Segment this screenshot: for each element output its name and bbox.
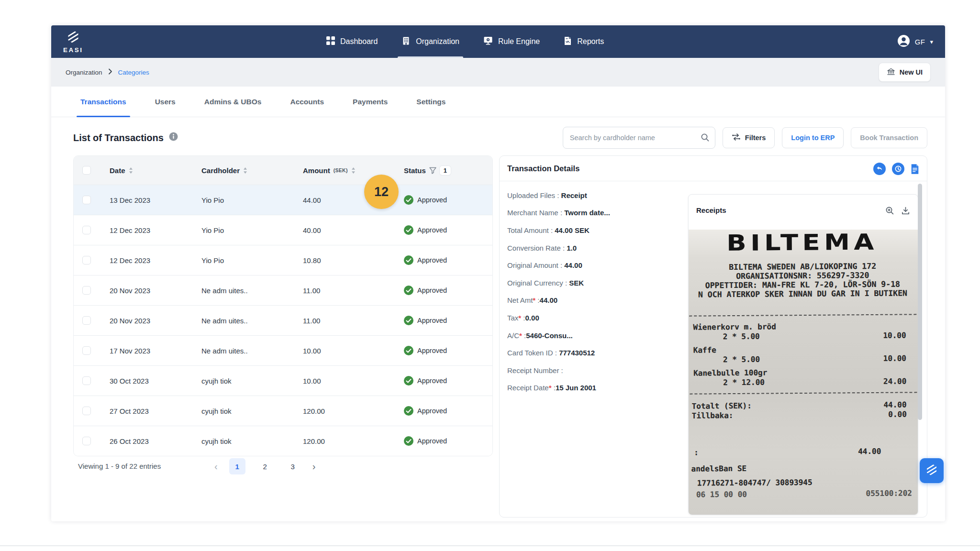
building-icon <box>401 36 411 47</box>
cell-date: 30 Oct 2023 <box>110 377 201 385</box>
column-header-date[interactable]: Date <box>110 166 201 175</box>
panel-scrollbar[interactable] <box>918 184 922 420</box>
undo-icon[interactable] <box>873 163 886 175</box>
nav-item-rule-engine[interactable]: Rule Engine <box>482 25 541 58</box>
search-icon[interactable] <box>701 133 710 144</box>
select-all-checkbox[interactable] <box>82 166 91 175</box>
row-checkbox[interactable] <box>82 376 91 385</box>
row-checkbox[interactable] <box>82 226 91 234</box>
column-header-cardholder[interactable]: Cardholder <box>201 166 303 175</box>
tab-bar: Transactions Users Admins & UBOs Account… <box>51 87 945 117</box>
report-document-icon <box>564 36 572 47</box>
book-transaction-label: Book Transaction <box>860 134 918 142</box>
status-badge: Approved <box>404 255 492 265</box>
main-menu: Dashboard O <box>325 25 605 58</box>
row-checkbox[interactable] <box>82 437 91 445</box>
nav-item-organization[interactable]: Organization <box>401 25 460 58</box>
status-label: Approved <box>417 347 447 354</box>
tab-users[interactable]: Users <box>151 87 179 117</box>
pager-page-3[interactable]: 3 <box>285 458 301 474</box>
tab-label: Users <box>155 98 176 106</box>
user-menu[interactable]: GF ▾ <box>897 34 933 49</box>
easi-widget-button[interactable] <box>920 458 944 483</box>
field-merchant-name: Merchant Name : Tworm date... <box>507 204 684 222</box>
column-header-status[interactable]: Status 1 <box>404 166 492 175</box>
tab-admins-ubos[interactable]: Admins & UBOs <box>200 87 266 117</box>
row-checkbox[interactable] <box>82 316 91 325</box>
receipt-item: Wienerkorv m. bröd 2 * 5.0010.00 <box>689 321 918 342</box>
cell-cardholder: Ne adm uites.. <box>201 287 303 295</box>
document-icon[interactable] <box>911 164 919 175</box>
table-row[interactable]: 12 Dec 2023 Yio Pio 40.00 Approved <box>74 215 492 245</box>
column-label: Amount <box>303 166 330 175</box>
row-checkbox[interactable] <box>82 286 91 295</box>
cell-cardholder: Ne adm uites.. <box>201 317 303 325</box>
table-row[interactable]: 27 Oct 2023 cyujh tiok 120.00 Approved <box>74 396 492 426</box>
book-transaction-button[interactable]: Book Transaction <box>851 127 927 148</box>
breadcrumb-categories[interactable]: Categories <box>118 69 149 76</box>
table-row[interactable]: 13 Dec 2023 Yio Pio 44.00 Approved <box>74 185 492 215</box>
avatar-icon <box>897 34 910 49</box>
pager-page-2[interactable]: 2 <box>257 458 273 474</box>
breadcrumb-organization[interactable]: Organization <box>66 69 102 76</box>
table-row[interactable]: 20 Nov 2023 Ne adm uites.. 11.00 Approve… <box>74 275 492 305</box>
table-row[interactable]: 12 Dec 2023 Yio Pio 10.80 Approved <box>74 245 492 275</box>
history-clock-icon[interactable] <box>892 163 904 175</box>
nav-item-dashboard[interactable]: Dashboard <box>325 25 379 58</box>
details-divider <box>500 181 927 181</box>
cell-amount: 40.00 <box>303 226 404 234</box>
status-label: Approved <box>417 256 447 264</box>
cell-cardholder: Yio Pio <box>201 256 303 264</box>
tab-payments[interactable]: Payments <box>349 87 391 117</box>
nav-label: Reports <box>577 37 604 46</box>
receipt-item: Kanelbulle 100gr 2 * 12.0024.00 <box>689 367 918 387</box>
row-checkbox[interactable] <box>82 346 91 355</box>
cell-date: 26 Oct 2023 <box>110 437 201 445</box>
tab-settings[interactable]: Settings <box>412 87 449 117</box>
approved-check-icon <box>404 286 413 295</box>
download-icon[interactable] <box>901 206 910 215</box>
column-label: Date <box>110 166 125 175</box>
column-label: Cardholder <box>201 166 240 175</box>
search-input[interactable] <box>563 127 715 149</box>
column-header-amount[interactable]: Amount (SEK) <box>303 166 404 175</box>
toolbar: List of Transactions <box>73 123 927 152</box>
pagination-summary: Viewing 1 - 9 of 22 entries <box>78 462 161 470</box>
approved-check-icon <box>404 316 413 325</box>
tab-transactions[interactable]: Transactions <box>77 87 130 117</box>
table-row[interactable]: 20 Nov 2023 Ne adm uites.. 11.00 Approve… <box>74 305 492 335</box>
zoom-in-icon[interactable] <box>885 206 894 215</box>
page-bottom-divider <box>0 545 980 546</box>
receipt-content: BILTEMA BILTEMA SWEDEN AB/LIOKOPING 172 … <box>689 230 918 500</box>
cell-cardholder: cyujh tiok <box>201 407 303 415</box>
field-card-token-id: Card Token ID : 777430512 <box>507 344 684 362</box>
funnel-filter-icon[interactable] <box>429 167 436 174</box>
cell-amount: 11.00 <box>303 287 404 295</box>
row-checkbox[interactable] <box>82 196 91 204</box>
pager-next-icon[interactable]: › <box>312 462 316 471</box>
pager-prev-icon[interactable]: ‹ <box>214 462 218 471</box>
pager-page-1[interactable]: 1 <box>229 458 245 474</box>
table-row[interactable]: 30 Oct 2023 cyujh tiok 10.00 Approved <box>74 365 492 396</box>
approved-check-icon <box>404 436 413 446</box>
nav-item-reports[interactable]: Reports <box>563 25 605 58</box>
filter-count-badge: 1 <box>440 166 451 175</box>
brand-logo[interactable]: EASI <box>63 30 83 54</box>
approved-check-icon <box>404 195 413 205</box>
receipts-title: Receipts <box>696 206 726 214</box>
login-to-erp-button[interactable]: Login to ERP <box>782 127 844 148</box>
row-checkbox[interactable] <box>82 407 91 415</box>
field-total-amount: Total Amount : 44.00 SEK <box>507 221 684 239</box>
tab-accounts[interactable]: Accounts <box>286 87 328 117</box>
filters-button[interactable]: Filters <box>723 127 775 148</box>
breadcrumb-row: Organization Categories N <box>51 58 945 87</box>
row-checkbox[interactable] <box>82 256 91 264</box>
new-ui-button[interactable]: New UI <box>879 63 931 82</box>
table-row[interactable]: 26 Oct 2023 cyujh tiok 120.00 Approved <box>74 426 492 456</box>
details-fields: Uploaded Files : Receipt Merchant Name :… <box>507 187 684 397</box>
table-row[interactable]: 17 Nov 2023 Ne adm uites.. 10.00 Approve… <box>74 335 492 365</box>
info-icon[interactable] <box>169 132 178 143</box>
cell-amount: 10.00 <box>303 347 404 355</box>
approved-check-icon <box>404 406 413 416</box>
details-title: Transaction Details <box>507 164 579 173</box>
